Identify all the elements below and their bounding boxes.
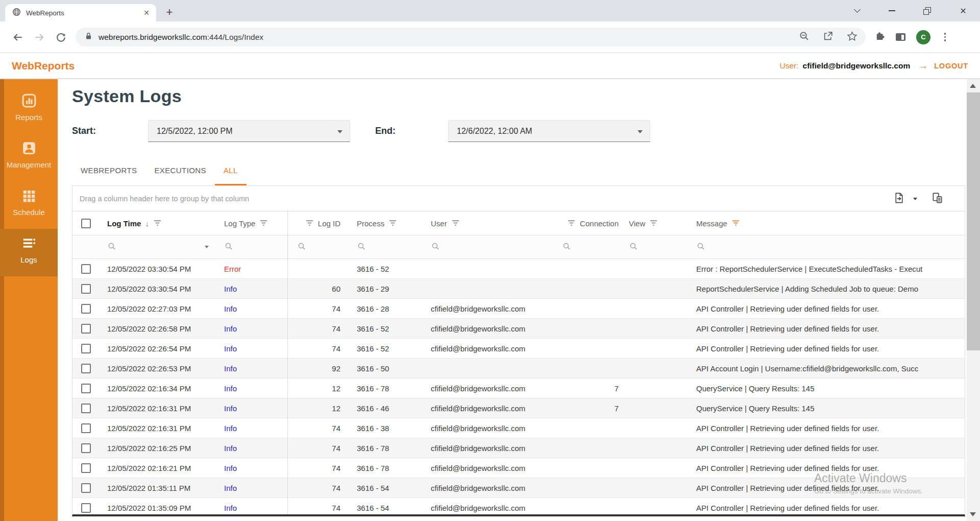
export-menu-caret-icon[interactable] <box>913 198 917 200</box>
row-checkbox[interactable] <box>81 503 91 513</box>
table-row[interactable]: 12/05/2022 01:35:09 PMInfo743616 - 54cfi… <box>72 498 965 516</box>
browser-menu-icon[interactable] <box>941 31 949 43</box>
group-drag-panel[interactable]: Drag a column header here to group by th… <box>72 186 965 211</box>
window-chevron-icon[interactable] <box>848 5 866 17</box>
row-checkbox[interactable] <box>81 463 91 473</box>
filter-icon[interactable] <box>305 219 314 228</box>
column-header-log-type[interactable]: Log Type <box>220 211 288 235</box>
filter-active-icon[interactable] <box>731 219 740 228</box>
bookmark-star-icon[interactable] <box>847 31 857 43</box>
filter-input-log-id[interactable] <box>288 235 347 258</box>
chevron-down-icon[interactable] <box>638 130 643 133</box>
filter-icon[interactable] <box>451 219 460 228</box>
filter-input-log-type[interactable] <box>220 235 288 258</box>
cell-user: cfifield@bridgeworksllc.com <box>427 478 558 498</box>
table-row[interactable]: 12/05/2022 02:16:31 PMInfo123616 - 46cfi… <box>72 398 965 418</box>
filter-caret-icon[interactable] <box>205 246 209 248</box>
logout-button[interactable]: LOGOUT <box>934 62 968 70</box>
browser-tabstrip: WebReports ✕ + ✕ <box>0 0 980 21</box>
filter-input-user[interactable] <box>427 235 558 258</box>
filter-icon[interactable] <box>259 219 268 228</box>
table-row[interactable]: 12/05/2022 02:26:53 PMInfo923616 - 50API… <box>72 359 965 378</box>
zoom-out-icon[interactable] <box>799 31 810 43</box>
cell-process: 3616 - 78 <box>347 438 427 458</box>
side-panel-icon[interactable] <box>896 33 905 41</box>
table-row[interactable]: 12/05/2022 02:16:31 PMInfo743616 - 38cfi… <box>72 418 965 438</box>
filter-icon[interactable] <box>649 219 658 228</box>
window-close-button[interactable]: ✕ <box>954 5 972 17</box>
filter-input-log-time[interactable] <box>99 235 220 258</box>
table-row[interactable]: 12/05/2022 02:26:58 PMInfo743616 - 52cfi… <box>72 319 965 339</box>
table-row[interactable]: 12/05/2022 02:16:34 PMInfo123616 - 78cfi… <box>72 378 965 398</box>
browser-tab[interactable]: WebReports ✕ <box>5 4 156 21</box>
scroll-down-icon[interactable] <box>970 512 976 516</box>
share-icon[interactable] <box>823 31 834 43</box>
cell-log-time: 12/05/2022 02:16:25 PM <box>99 438 220 458</box>
table-row[interactable]: 12/05/2022 02:16:25 PMInfo743616 - 78cfi… <box>72 438 965 458</box>
tab-close-icon[interactable]: ✕ <box>142 8 151 17</box>
column-header-log-id[interactable]: Log ID <box>288 211 347 235</box>
table-row[interactable]: 12/05/2022 01:35:11 PMInfo743616 - 54cfi… <box>72 478 965 498</box>
scroll-up-icon[interactable] <box>970 84 976 88</box>
tab-executions[interactable]: EXECUTIONS <box>145 156 215 185</box>
start-datetime-picker[interactable]: 12/5/2022, 12:00 PM <box>148 120 350 142</box>
chevron-down-icon[interactable] <box>337 130 342 133</box>
sidebar-item-reports[interactable]: Reports <box>0 86 58 134</box>
logout-arrow-icon[interactable]: → <box>918 60 928 72</box>
column-header-message[interactable]: Message <box>691 211 965 235</box>
column-header-connection[interactable]: Connection <box>558 211 625 235</box>
filter-icon[interactable] <box>567 219 576 228</box>
profile-avatar[interactable]: C <box>916 30 930 44</box>
table-row[interactable]: 12/05/2022 03:30:54 PMError3616 - 52Erro… <box>72 259 965 279</box>
column-header-view[interactable]: View <box>625 211 691 235</box>
row-checkbox[interactable] <box>81 384 91 393</box>
window-minimize-button[interactable] <box>883 5 900 17</box>
export-icon[interactable] <box>893 192 905 206</box>
scrollbar-thumb[interactable] <box>967 92 980 350</box>
row-checkbox[interactable] <box>81 324 91 334</box>
reload-icon[interactable] <box>52 29 69 46</box>
forward-icon[interactable] <box>31 29 48 46</box>
row-checkbox[interactable] <box>81 443 91 453</box>
select-all-checkbox[interactable] <box>81 219 91 228</box>
row-checkbox[interactable] <box>81 364 91 373</box>
filter-input-process[interactable] <box>347 235 427 258</box>
cell-message: QueryService | Query Results: 145 <box>691 398 965 418</box>
tab-webreports[interactable]: WEBREPORTS <box>72 156 145 185</box>
cell-message: QueryService | Query Results: 145 <box>691 378 965 398</box>
table-row[interactable]: 12/05/2022 02:26:54 PMInfo743616 - 52cfi… <box>72 339 965 359</box>
url-bar[interactable]: webreports.bridgeworksllc.com:444/Logs/I… <box>76 28 866 46</box>
filter-input-view[interactable] <box>625 235 691 258</box>
filter-icon[interactable] <box>153 219 162 228</box>
row-checkbox[interactable] <box>81 423 91 433</box>
cell-log-time: 12/05/2022 01:35:11 PM <box>99 478 220 498</box>
end-datetime-picker[interactable]: 12/6/2022, 12:00 AM <box>448 120 650 142</box>
column-header-process[interactable]: Process <box>347 211 427 235</box>
filter-icon[interactable] <box>388 219 397 228</box>
filter-input-connection[interactable] <box>558 235 625 258</box>
app-logo[interactable]: WebReports <box>12 60 75 72</box>
table-body: 12/05/2022 03:30:54 PMError3616 - 52Erro… <box>72 259 965 516</box>
window-restore-button[interactable] <box>918 5 936 17</box>
extensions-puzzle-icon[interactable] <box>874 31 885 43</box>
column-header-log-time[interactable]: Log Time ↓ <box>99 211 220 235</box>
column-chooser-icon[interactable] <box>932 192 943 206</box>
sidebar-item-logs[interactable]: Logs <box>0 229 58 276</box>
column-header-user[interactable]: User <box>427 211 558 235</box>
sidebar-item-management[interactable]: Management <box>0 134 58 181</box>
sidebar-item-schedule[interactable]: Schedule <box>0 181 58 229</box>
table-row[interactable]: 12/05/2022 03:30:54 PMInfo603616 - 29Rep… <box>72 279 965 299</box>
row-checkbox[interactable] <box>81 344 91 353</box>
row-checkbox[interactable] <box>81 304 91 314</box>
page-scrollbar[interactable] <box>967 79 980 521</box>
table-row[interactable]: 12/05/2022 02:16:21 PMInfo743616 - 78cfi… <box>72 458 965 478</box>
table-row[interactable]: 12/05/2022 02:27:03 PMInfo743616 - 28cfi… <box>72 299 965 319</box>
row-checkbox[interactable] <box>81 404 91 413</box>
filter-input-message[interactable] <box>691 235 965 258</box>
back-icon[interactable] <box>9 29 27 46</box>
row-checkbox[interactable] <box>81 264 91 274</box>
row-checkbox[interactable] <box>81 284 91 294</box>
tab-all[interactable]: ALL <box>215 156 247 185</box>
new-tab-button[interactable]: + <box>162 6 177 20</box>
row-checkbox[interactable] <box>81 483 91 493</box>
